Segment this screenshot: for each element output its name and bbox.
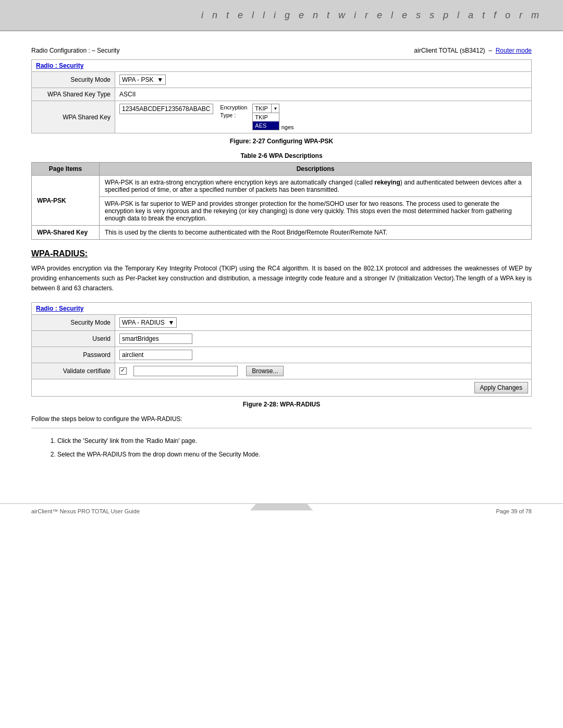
- password-label: Password: [32, 347, 115, 363]
- steps-list: Click the 'Security' link from the 'Radi…: [57, 435, 532, 461]
- security-mode-select[interactable]: WPA - PSK ▼: [119, 75, 166, 85]
- radio-config-bar: Radio Configuration : – Security airClie…: [31, 47, 532, 54]
- device-name: airClient TOTAL (sB3412): [414, 47, 485, 54]
- table-row: WPA Shared Key EncryptionType : TKIP ▼ T…: [32, 101, 532, 133]
- router-mode-link[interactable]: Router mode: [496, 47, 532, 54]
- radius-security-mode-label: Security Mode: [32, 314, 115, 330]
- table-row: Security Mode WPA - RADIUS ▼: [32, 314, 532, 330]
- wpa-radius-para: WPA provides encryption via the Temporar…: [31, 264, 532, 294]
- radio-config-label: Radio Configuration : – Security: [31, 47, 119, 54]
- radio-security-link-2[interactable]: Radio : Security: [36, 305, 83, 312]
- wpa-psk-figure-caption: Figure: 2-27 Configuring WPA-PSK: [31, 138, 532, 145]
- wpa-psk-desc2: WPA-PSK is far superior to WEP and provi…: [100, 197, 532, 226]
- table-row: WPA-Shared Key This is used by the clien…: [32, 226, 532, 240]
- header-title: i n t e l l i g e n t w i r e l e s s p …: [201, 10, 542, 21]
- wpa-shared-key-label: WPA Shared Key: [32, 101, 115, 133]
- table-row: Validate certifiate Browse...: [32, 363, 532, 379]
- wpa-psk-item: WPA-PSK: [32, 176, 100, 226]
- encryption-label: EncryptionType :: [220, 104, 247, 120]
- wpa-shared-key-item: WPA-Shared Key: [32, 226, 100, 240]
- wpa-key-type-value: ASCII: [115, 88, 532, 101]
- security-mode-value: WPA - PSK ▼: [115, 72, 532, 88]
- enc-option-tkip[interactable]: TKIP: [253, 113, 279, 121]
- enc-option-aes[interactable]: AES: [253, 121, 279, 130]
- col-page-items: Page Items: [32, 163, 100, 176]
- wpa-shared-key-cell: EncryptionType : TKIP ▼ TKIP AES nges: [115, 101, 532, 133]
- footer: airClient™ Nexus PRO TOTAL User Guide Pa…: [0, 503, 563, 519]
- encryption-dropdown-wrapper[interactable]: TKIP ▼ TKIP AES: [252, 104, 279, 130]
- browse-button[interactable]: Browse...: [246, 366, 284, 376]
- wpa-key-type-label: WPA Shared Key Type: [32, 88, 115, 101]
- radius-security-mode-select[interactable]: WPA - RADIUS ▼: [119, 317, 177, 328]
- wpa-shared-key-desc: This is used by the clients to become au…: [100, 226, 532, 240]
- validate-cert-label: Validate certifiate: [32, 363, 115, 379]
- device-label: airClient TOTAL (sB3412) – Router mode: [414, 47, 532, 54]
- table-row: Userid: [32, 330, 532, 347]
- steps-divider: [31, 428, 532, 428]
- radio-security-link-1[interactable]: Radio : Security: [36, 62, 83, 69]
- wpa-psk-config-table: Radio : Security Security Mode WPA - PSK…: [31, 59, 532, 133]
- apply-changes-button[interactable]: Apply Changes: [474, 382, 528, 393]
- validate-cert-checkbox[interactable]: [119, 367, 127, 375]
- wpa-descriptions-table: Page Items Descriptions WPA-PSK WPA-PSK …: [31, 162, 532, 240]
- apply-row-cell: Apply Changes: [32, 379, 532, 396]
- apply-row: Apply Changes: [32, 379, 532, 396]
- table-row: WPA Shared Key Type ASCII: [32, 88, 532, 101]
- radius-security-mode-value: WPA - RADIUS ▼: [115, 314, 532, 330]
- validate-cert-cell: Browse...: [115, 363, 532, 379]
- userid-input[interactable]: [119, 334, 192, 344]
- col-descriptions: Descriptions: [100, 163, 532, 176]
- header: i n t e l l i g e n t w i r e l e s s p …: [0, 0, 563, 31]
- wpa-shared-key-input[interactable]: [119, 104, 213, 114]
- password-cell: [115, 347, 532, 363]
- follow-steps-intro: Follow the steps below to configure the …: [31, 415, 532, 423]
- enc-current-value: TKIP: [253, 104, 271, 113]
- table-row: WPA-PSK is far superior to WEP and provi…: [32, 197, 532, 226]
- password-input[interactable]: [119, 350, 192, 360]
- wpa-radius-heading: WPA-RADIUS:: [31, 249, 532, 258]
- table-2-6-caption: Table 2-6 WPA Descriptions: [31, 152, 532, 159]
- cert-path-input[interactable]: [133, 366, 238, 376]
- footer-left: airClient™ Nexus PRO TOTAL User Guide: [31, 508, 140, 514]
- table-row: WPA-PSK WPA-PSK is an extra-strong encry…: [32, 176, 532, 197]
- table-row: Security Mode WPA - PSK ▼: [32, 72, 532, 88]
- main-content: Radio Configuration : – Security airClie…: [0, 31, 563, 483]
- list-item: Select the WPA-RADIUS from the drop down…: [57, 448, 532, 461]
- footer-tab: [250, 503, 313, 511]
- enc-arrow-icon[interactable]: ▼: [271, 104, 279, 113]
- wpa-radius-config-table: Radio : Security Security Mode WPA - RAD…: [31, 302, 532, 397]
- nges-text: nges: [282, 124, 294, 130]
- wpa-radius-figure-caption: Figure 2-28: WPA-RADIUS: [31, 401, 532, 408]
- enc-top-row: TKIP ▼: [253, 104, 279, 113]
- list-item: Click the 'Security' link from the 'Radi…: [57, 435, 532, 447]
- breadcrumb-separator: : – Security: [87, 47, 119, 54]
- security-mode-label: Security Mode: [32, 72, 115, 88]
- wpa-psk-desc1: WPA-PSK is an extra-strong encryption wh…: [100, 176, 532, 197]
- radio-config-text: Radio Configuration: [31, 47, 87, 54]
- userid-cell: [115, 330, 532, 347]
- userid-label: Userid: [32, 330, 115, 347]
- footer-right: Page 39 of 78: [496, 508, 532, 514]
- table-row: Password: [32, 347, 532, 363]
